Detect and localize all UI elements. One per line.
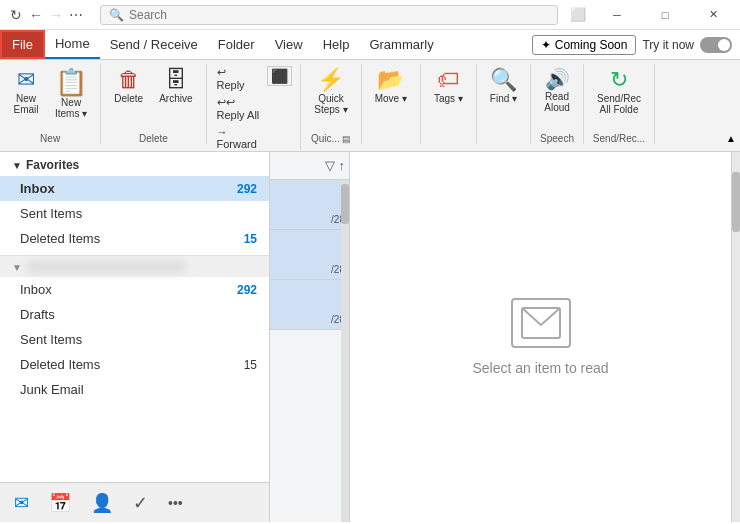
reply-all-icon: ↩↩ <box>217 96 235 109</box>
ribbon-group-move: 📂 Move ▾ <box>362 64 421 144</box>
sort-down-icon[interactable]: ▽ <box>325 158 335 173</box>
ribbon-find-items: 🔍 Find ▾ <box>483 64 524 142</box>
sidebar-scroll[interactable]: ▼ Favorites Inbox 292 Sent Items Deleted… <box>0 152 269 482</box>
menu-bar-right: ✦ Coming Soon Try it now <box>532 35 740 55</box>
read-aloud-button[interactable]: 🔊 ReadAloud <box>537 64 577 118</box>
menu-send-receive[interactable]: Send / Receive <box>100 30 208 59</box>
move-icon: 📂 <box>377 69 404 91</box>
nav-people-button[interactable]: 👤 <box>87 488 117 518</box>
main-layout: ▼ Favorites Inbox 292 Sent Items Deleted… <box>0 152 740 522</box>
back-icon[interactable]: ← <box>28 7 44 23</box>
ribbon-quicksteps-label: Quic... ▤ <box>311 131 351 144</box>
archive-button[interactable]: 🗄 Archive <box>152 64 199 109</box>
ribbon-sendreceive-items: ↻ Send/RecAll Folde <box>590 64 648 131</box>
move-button[interactable]: 📂 Move ▾ <box>368 64 414 109</box>
find-button[interactable]: 🔍 Find ▾ <box>483 64 524 109</box>
collapse-ribbon-button[interactable]: ▲ <box>722 127 740 149</box>
try-it-now-toggle[interactable] <box>700 37 732 53</box>
search-icon: 🔍 <box>109 8 124 22</box>
email-item-1[interactable]: /28 <box>270 180 349 230</box>
ribbon-group-new: ✉ NewEmail 📋 NewItems ▾ New <box>0 64 101 144</box>
title-bar: ↻ ← → ⋯ 🔍 ⬜ ─ □ ✕ <box>0 0 740 30</box>
menu-file[interactable]: File <box>0 30 45 59</box>
new-items-icon: 📋 <box>55 69 87 95</box>
account-sent-items-label: Sent Items <box>20 332 82 347</box>
find-label: Find ▾ <box>490 93 517 104</box>
delete-button[interactable]: 🗑 Delete <box>107 64 150 109</box>
search-bar[interactable]: 🔍 <box>100 5 558 25</box>
sidebar-sent-items[interactable]: Sent Items <box>0 327 269 352</box>
email-item-3[interactable]: /28 <box>270 280 349 330</box>
right-scrollbar-thumb <box>732 172 740 232</box>
new-items-button[interactable]: 📋 NewItems ▾ <box>48 64 94 124</box>
send-receive-button[interactable]: ↻ Send/RecAll Folde <box>590 64 648 120</box>
email-item-2[interactable]: /28 <box>270 230 349 280</box>
coming-soon-button[interactable]: ✦ Coming Soon <box>532 35 637 55</box>
email-date-3: /28 <box>274 314 345 325</box>
menu-help[interactable]: Help <box>313 30 360 59</box>
ribbon-move-items: 📂 Move ▾ <box>368 64 414 142</box>
ribbon-group-readaloud: 🔊 ReadAloud Speech <box>531 64 584 144</box>
envelope-svg <box>521 307 561 339</box>
window-icon: ⬜ <box>570 7 586 22</box>
account-header[interactable]: ▼ <box>0 256 269 277</box>
ribbon-group-quicksteps: ⚡ QuickSteps ▾ Quic... ▤ <box>301 64 361 144</box>
tags-button[interactable]: 🏷 Tags ▾ <box>427 64 470 109</box>
account-chevron-icon: ▼ <box>12 262 22 273</box>
read-aloud-icon: 🔊 <box>545 69 570 89</box>
quick-steps-button[interactable]: ⚡ QuickSteps ▾ <box>307 64 354 120</box>
menu-folder[interactable]: Folder <box>208 30 265 59</box>
sidebar-inbox[interactable]: Inbox 292 <box>0 277 269 302</box>
minimize-button[interactable]: ─ <box>594 0 640 30</box>
ribbon-readaloud-items: 🔊 ReadAloud <box>537 64 577 131</box>
new-email-label: NewEmail <box>13 93 38 115</box>
forward-button[interactable]: → Forward <box>213 124 264 152</box>
account-deleted-badge: 15 <box>244 358 257 372</box>
ribbon-tags-items: 🏷 Tags ▾ <box>427 64 470 142</box>
sidebar-junk-email[interactable]: Junk Email <box>0 377 269 402</box>
email-list-scrollbar-thumb <box>341 184 349 224</box>
right-scrollbar[interactable] <box>732 152 740 522</box>
email-list-scrollbar[interactable] <box>341 180 349 522</box>
refresh-icon[interactable]: ↻ <box>8 7 24 23</box>
nav-more-button[interactable]: ••• <box>164 491 187 515</box>
sidebar-inbox-favorites[interactable]: Inbox 292 <box>0 176 269 201</box>
more-icon[interactable]: ⋯ <box>68 7 84 23</box>
sidebar-deleted-items-favorites[interactable]: Deleted Items 15 <box>0 226 269 251</box>
reply-all-button[interactable]: ↩↩ Reply All <box>213 94 264 123</box>
forward-icon[interactable]: → <box>48 7 64 23</box>
new-email-button[interactable]: ✉ NewEmail <box>6 64 46 120</box>
sidebar-deleted-items[interactable]: Deleted Items 15 <box>0 352 269 377</box>
bottom-nav: ✉ 📅 👤 ✓ ••• <box>0 482 269 522</box>
nav-mail-button[interactable]: ✉ <box>10 488 33 518</box>
send-receive-icon: ↻ <box>610 69 628 91</box>
menu-view[interactable]: View <box>265 30 313 59</box>
account-deleted-items-label: Deleted Items <box>20 357 100 372</box>
nav-tasks-button[interactable]: ✓ <box>129 488 152 518</box>
close-button[interactable]: ✕ <box>690 0 736 30</box>
email-list-panel: ▽ ↑ /28 /28 /28 <box>270 152 350 522</box>
sort-up-icon[interactable]: ↑ <box>339 158 346 173</box>
ribbon-new-label: New <box>40 131 60 144</box>
email-list-sort-bar: ▽ ↑ <box>270 152 349 180</box>
nav-calendar-button[interactable]: 📅 <box>45 488 75 518</box>
quick-steps-label: QuickSteps ▾ <box>314 93 347 115</box>
menu-home[interactable]: Home <box>45 30 100 59</box>
sidebar-drafts[interactable]: Drafts <box>0 302 269 327</box>
ribbon-respond-col: ↩ Reply ↩↩ Reply All → Forward <box>213 64 264 152</box>
delete-label: Delete <box>114 93 143 104</box>
ribbon-readaloud-label: Speech <box>540 131 574 144</box>
reply-button[interactable]: ↩ Reply <box>213 64 264 93</box>
sidebar-sent-items-favorites[interactable]: Sent Items <box>0 201 269 226</box>
maximize-button[interactable]: □ <box>642 0 688 30</box>
ribbon-delete-label: Delete <box>139 131 168 144</box>
favorites-header[interactable]: ▼ Favorites <box>0 152 269 176</box>
search-input[interactable] <box>129 8 549 22</box>
collapse-ribbon-icon: ▲ <box>726 133 736 144</box>
new-email-icon: ✉ <box>17 69 35 91</box>
favorites-label: Favorites <box>26 158 79 172</box>
respond-more-button[interactable]: ⬛ <box>267 66 292 86</box>
envelope-icon <box>511 298 571 348</box>
menu-grammarly[interactable]: Grammarly <box>359 30 443 59</box>
ribbon-delete-items: 🗑 Delete 🗄 Archive <box>107 64 199 131</box>
